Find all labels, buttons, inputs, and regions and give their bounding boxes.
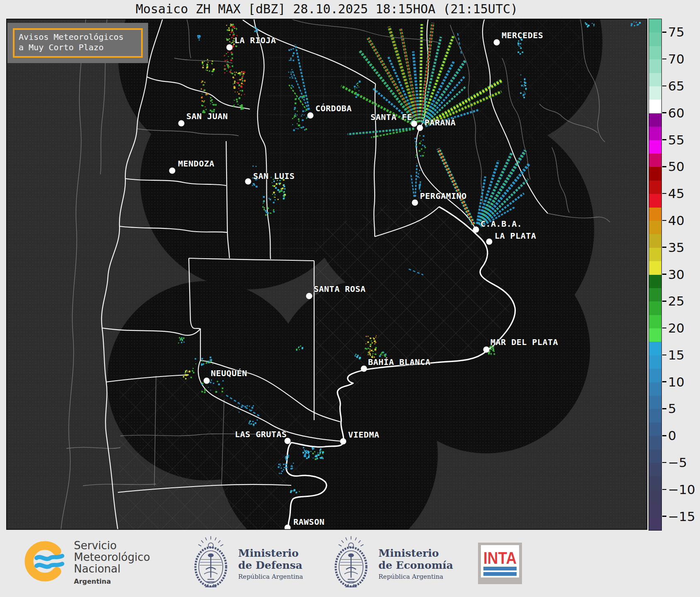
radar-echo-speckle (202, 85, 203, 86)
radar-echo-speckle (249, 422, 250, 423)
radar-echo-speckle (525, 85, 526, 86)
radar-echo-speckle (243, 84, 244, 85)
radar-echo-speckle (193, 372, 195, 374)
colorbar-segment (649, 113, 661, 127)
radar-echo-speckle (241, 71, 242, 73)
radar-echo-speckle (236, 72, 237, 73)
radar-echo-speckle (359, 90, 359, 91)
radar-echo-speckle (354, 88, 355, 89)
radar-echo-speckle (236, 28, 237, 29)
radar-echo-speckle (231, 72, 232, 73)
radar-echo-speckle (423, 135, 424, 137)
radar-echo-speckle (373, 338, 375, 340)
radar-echo-speckle (273, 192, 275, 193)
radar-echo-speckle (202, 364, 203, 365)
colorbar-tick-label: 15 (668, 347, 684, 363)
radar-echo-speckle (267, 208, 269, 209)
radar-echo-speckle (276, 183, 277, 184)
radar-echo-speckle (295, 113, 296, 115)
radar-echo-speckle (295, 128, 296, 129)
radar-echo-speckle (372, 342, 373, 343)
colorbar-segment (649, 261, 661, 275)
radar-echo-speckle (275, 199, 276, 200)
radar-echo-speckle (241, 108, 242, 110)
radar-echo-speckle (212, 102, 213, 103)
colorbar-tick (662, 274, 666, 275)
radar-echo-speckle (242, 80, 243, 81)
city-label: SAN JUAN (186, 111, 228, 121)
colorbar-segment (649, 100, 661, 113)
radar-echo-speckle (317, 454, 319, 456)
radar-echo-speckle (257, 419, 258, 421)
radar-echo-speckle (588, 24, 589, 26)
radar-echo-speckle (242, 73, 243, 74)
radar-echo-speckle (210, 103, 211, 104)
radar-echo-speckle (304, 449, 305, 450)
colorbar-segment (649, 301, 661, 315)
radar-echo-speckle (201, 358, 203, 360)
radar-echo-speckle (373, 351, 374, 352)
colorbar-segment (649, 275, 661, 289)
radar-echo-speckle (199, 39, 200, 41)
colorbar-tick (662, 32, 666, 33)
radar-echo-speckle (243, 71, 244, 73)
city-marker (361, 366, 367, 372)
colorbar-tick-label: 50 (668, 159, 684, 174)
colorbar-segment (649, 154, 661, 167)
radar-echo-speckle (265, 214, 267, 216)
radar-echo-speckle (520, 46, 521, 47)
radar-echo-speckle (285, 464, 287, 465)
colorbar-segment (649, 221, 661, 235)
radar-echo-speckle (277, 189, 279, 191)
economia-line1: Ministerio (378, 547, 453, 559)
radar-echo-speckle (316, 455, 317, 457)
radar-echo-speckle (415, 146, 417, 147)
radar-echo-speckle (218, 384, 220, 385)
radar-echo-speckle (524, 84, 525, 86)
colorbar-segment (649, 423, 661, 436)
radar-echo-speckle (224, 60, 226, 61)
radar-echo-speckle (212, 74, 212, 75)
city-marker (307, 113, 314, 119)
radar-echo-speckle (210, 361, 212, 362)
radar-echo-speckle (227, 64, 229, 66)
smn-line4: Argentina (74, 576, 150, 587)
city-label: LA PLATA (495, 231, 536, 241)
radar-echo-speckle (354, 86, 356, 87)
radar-echo-speckle (241, 77, 243, 79)
radar-echo-speckle (210, 390, 211, 391)
radar-echo-speckle (185, 372, 186, 374)
radar-echo-speckle (273, 210, 274, 211)
radar-echo-speckle (236, 29, 237, 30)
radar-echo-speckle (198, 37, 199, 38)
radar-echo-speckle (252, 421, 254, 422)
city-marker (306, 293, 312, 299)
radar-echo-speckle (295, 98, 296, 100)
radar-echo-speckle (213, 69, 215, 70)
colorbar-tick (662, 435, 666, 436)
radar-echo-speckle (232, 25, 233, 27)
radar-echo-speckle (520, 74, 521, 75)
radar-echo-speckle (238, 93, 240, 95)
radar-echo-speckle (209, 70, 210, 71)
radar-echo-speckle (419, 170, 420, 171)
colorbar-tick-label: 35 (668, 240, 684, 255)
radar-echo-speckle (283, 185, 284, 186)
radar-echo-speckle (517, 51, 519, 53)
colorbar-segment (649, 248, 661, 262)
city-label: VIEDMA (348, 430, 379, 440)
city-label: LAS GRUTAS (235, 429, 287, 439)
radar-echo-speckle (380, 354, 382, 355)
radar-echo-speckle (257, 33, 258, 34)
radar-echo-speckle (357, 356, 358, 357)
warning-line1: Avisos Meteorológicos (19, 32, 141, 42)
radar-echo-speckle (420, 135, 421, 137)
radar-echo-speckle (267, 212, 269, 214)
radar-echo-speckle (289, 60, 290, 61)
radar-echo-speckle (290, 77, 291, 78)
radar-echo-speckle (241, 105, 242, 107)
radar-echo-speckle (224, 72, 225, 73)
radar-echo-speckle (232, 40, 234, 42)
city-marker (473, 227, 479, 233)
radar-echo-speckle (234, 74, 236, 75)
